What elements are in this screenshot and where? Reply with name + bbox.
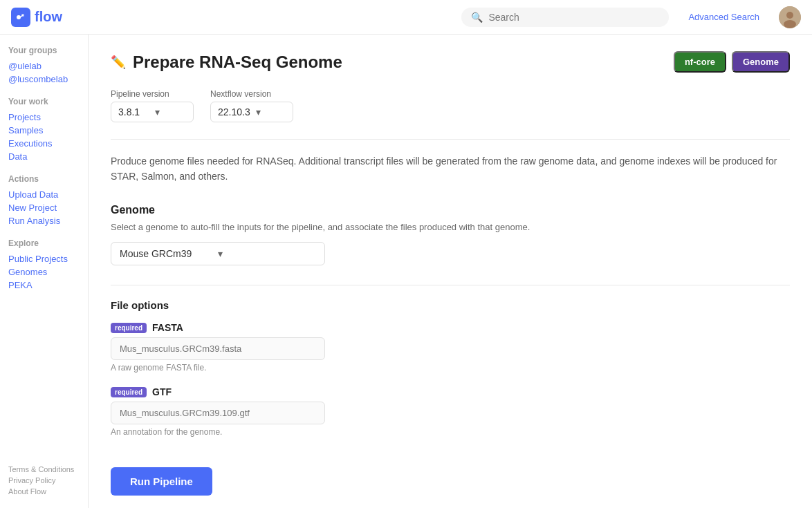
fasta-field-header: required FASTA bbox=[111, 322, 790, 333]
genome-dropdown[interactable]: Mouse GRCm39 ▾ bbox=[111, 242, 325, 265]
sidebar-item-run-analysis[interactable]: Run Analysis bbox=[8, 214, 80, 227]
svg-point-5 bbox=[784, 20, 796, 28]
nextflow-version-label: Nextflow version bbox=[210, 89, 293, 99]
sidebar-item-projects[interactable]: Projects bbox=[8, 111, 80, 124]
sidebar-footer-privacy[interactable]: Privacy Policy bbox=[8, 475, 80, 486]
fasta-input[interactable] bbox=[111, 337, 325, 360]
logo-text: flow bbox=[35, 9, 62, 25]
nextflow-version-chevron: ▾ bbox=[256, 106, 286, 117]
logo-icon bbox=[11, 8, 30, 27]
pipeline-version-chevron: ▾ bbox=[155, 106, 186, 117]
pencil-icon: ✏️ bbox=[111, 55, 126, 70]
genome-section-title: Genome bbox=[111, 204, 790, 216]
run-pipeline-button[interactable]: Run Pipeline bbox=[111, 467, 212, 496]
genome-section-desc: Select a genome to auto-fill the inputs … bbox=[111, 220, 790, 234]
pipeline-version-label: Pipeline version bbox=[111, 89, 194, 99]
page-header: ✏️ Prepare RNA-Seq Genome nf-core Genome bbox=[111, 51, 790, 73]
gtf-required-badge: required bbox=[111, 387, 147, 397]
nfcore-tag[interactable]: nf-core bbox=[674, 51, 726, 73]
sidebar-item-new-project[interactable]: New Project bbox=[8, 201, 80, 214]
pipeline-description: Produce genome files needed for RNASeq. … bbox=[111, 139, 790, 185]
sidebar-item-data[interactable]: Data bbox=[8, 150, 80, 163]
topnav: flow 🔍 Advanced Search bbox=[0, 0, 812, 35]
page-title: Prepare RNA-Seq Genome bbox=[133, 53, 342, 72]
gtf-input[interactable] bbox=[111, 402, 325, 424]
sidebar-groups-title: Your groups bbox=[8, 46, 80, 55]
sidebar-item-genomes[interactable]: Genomes bbox=[8, 265, 80, 279]
gtf-field: required GTF An annotation for the genom… bbox=[111, 386, 790, 437]
search-input[interactable] bbox=[488, 12, 659, 23]
gtf-label: GTF bbox=[152, 386, 172, 397]
file-options-title: File options bbox=[111, 285, 790, 311]
genome-chevron-icon: ▾ bbox=[218, 248, 316, 259]
sidebar-explore-title: Explore bbox=[8, 238, 80, 248]
advanced-search-link[interactable]: Advanced Search bbox=[688, 12, 759, 22]
sidebar-item-samples[interactable]: Samples bbox=[8, 124, 80, 137]
tag-row: nf-core Genome bbox=[674, 51, 790, 73]
sidebar-item-executions[interactable]: Executions bbox=[8, 137, 80, 150]
version-row: Pipeline version 3.8.1 ▾ Nextflow versio… bbox=[111, 89, 790, 122]
sidebar-item-upload-data[interactable]: Upload Data bbox=[8, 188, 80, 201]
sidebar-footer: Terms & Conditions Privacy Policy About … bbox=[8, 453, 80, 497]
layout: Your groups @ulelab @luscombelab Your wo… bbox=[0, 35, 812, 508]
nextflow-version-group: Nextflow version 22.10.3 ▾ bbox=[210, 89, 293, 122]
main-content: ✏️ Prepare RNA-Seq Genome nf-core Genome… bbox=[89, 35, 812, 508]
page-title-row: ✏️ Prepare RNA-Seq Genome bbox=[111, 53, 342, 72]
sidebar-footer-terms[interactable]: Terms & Conditions bbox=[8, 464, 80, 475]
sidebar-group-ulelab[interactable]: @ulelab bbox=[8, 59, 80, 73]
fasta-hint: A raw genome FASTA file. bbox=[111, 363, 790, 373]
pipeline-version-group: Pipeline version 3.8.1 ▾ bbox=[111, 89, 194, 122]
genome-tag[interactable]: Genome bbox=[732, 51, 790, 73]
fasta-label: FASTA bbox=[152, 322, 183, 333]
avatar[interactable] bbox=[779, 6, 801, 28]
fasta-field: required FASTA A raw genome FASTA file. bbox=[111, 322, 790, 373]
search-bar: 🔍 bbox=[461, 8, 669, 27]
fasta-required-badge: required bbox=[111, 323, 147, 333]
sidebar-actions-title: Actions bbox=[8, 174, 80, 184]
sidebar-work-title: Your work bbox=[8, 97, 80, 106]
sidebar: Your groups @ulelab @luscombelab Your wo… bbox=[0, 35, 89, 508]
sidebar-item-public-projects[interactable]: Public Projects bbox=[8, 252, 80, 265]
sidebar-group-luscombelab[interactable]: @luscombelab bbox=[8, 73, 80, 86]
genome-selected-value: Mouse GRCm39 bbox=[120, 248, 218, 259]
sidebar-item-peka[interactable]: PEKA bbox=[8, 279, 80, 292]
logo-link[interactable]: flow bbox=[11, 8, 62, 27]
gtf-hint: An annotation for the genome. bbox=[111, 427, 790, 437]
pipeline-version-value: 3.8.1 bbox=[118, 106, 149, 117]
search-icon: 🔍 bbox=[471, 12, 483, 23]
sidebar-footer-about[interactable]: About Flow bbox=[8, 486, 80, 497]
nextflow-version-value: 22.10.3 bbox=[218, 106, 250, 117]
gtf-field-header: required GTF bbox=[111, 386, 790, 397]
pipeline-version-select[interactable]: 3.8.1 ▾ bbox=[111, 102, 194, 122]
nextflow-version-select[interactable]: 22.10.3 ▾ bbox=[210, 102, 293, 122]
svg-point-4 bbox=[786, 12, 793, 19]
